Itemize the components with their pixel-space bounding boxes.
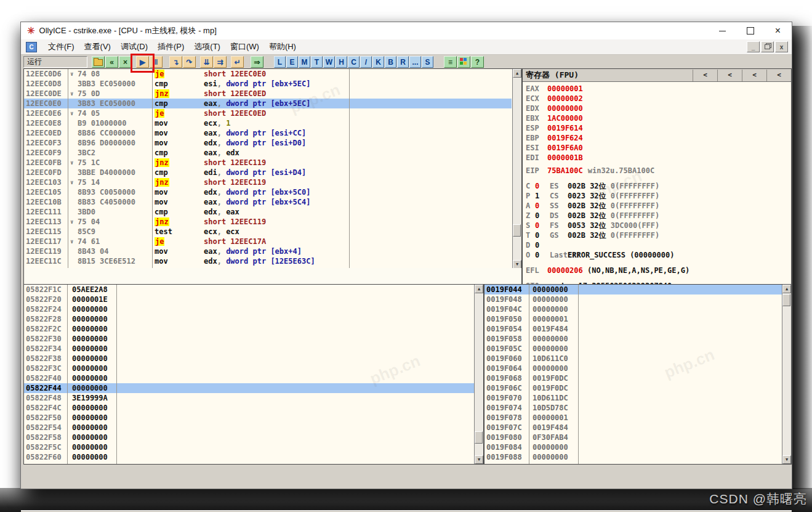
dump-scrollbar[interactable]: ▲ ▼ bbox=[474, 285, 483, 464]
flag-segment-row[interactable]: O0LastErrERROR_SUCCESS (00000000) bbox=[526, 250, 791, 260]
dump-row[interactable]: 05822F4C00000000 bbox=[24, 403, 483, 413]
references-window-button[interactable]: R bbox=[397, 56, 409, 68]
scroll-up-arrow[interactable]: ▲ bbox=[782, 285, 791, 293]
disassembly-pane[interactable]: 12EEC0D674 08∨jeshort 12EEC0E012EEC0D83B… bbox=[23, 68, 522, 269]
flag-segment-row[interactable]: A0SS002B 32位 0(FFFFFFFF) bbox=[526, 201, 791, 211]
register-row[interactable]: EDX00000000 bbox=[526, 104, 791, 113]
scroll-up-arrow[interactable]: ▲ bbox=[475, 285, 483, 293]
menu-item-5[interactable]: 选项(T) bbox=[189, 40, 225, 54]
disasm-row[interactable]: 12EEC0E8B9 01000000movecx, 1 bbox=[24, 118, 512, 128]
step-over-button[interactable]: ↷ bbox=[183, 56, 196, 68]
column-divider[interactable] bbox=[116, 285, 117, 464]
stack-row[interactable]: 0019F0540019F484 bbox=[484, 324, 791, 334]
disasm-row[interactable]: 12EEC0E03B83 EC050000cmpeax, dword ptr [… bbox=[24, 99, 512, 108]
stack-scrollbar[interactable]: ▲ ▼ bbox=[782, 285, 791, 464]
breakpoints-window-button[interactable]: B bbox=[385, 56, 396, 68]
step-into-button[interactable]: ↴ bbox=[169, 56, 182, 68]
dump-row[interactable]: 05822F200000001E bbox=[24, 295, 483, 304]
register-row-efl[interactable]: EFL00000206 (NO,NB,NE,A,NS,PE,GE,G) bbox=[526, 266, 791, 275]
dump-row[interactable]: 05822F4400000000 bbox=[24, 383, 483, 393]
register-row[interactable]: ESP0019F614 bbox=[526, 123, 791, 133]
disasm-scrollbar[interactable]: ▲ ▼ bbox=[512, 69, 521, 269]
scroll-thumb[interactable] bbox=[475, 431, 483, 444]
log-window-button[interactable]: L bbox=[274, 56, 286, 68]
stack-row[interactable]: 0019F07800000001 bbox=[484, 413, 791, 423]
register-row[interactable]: EBP0019F624 bbox=[526, 133, 791, 143]
call-stack-window-button[interactable]: K bbox=[372, 56, 384, 68]
dump-row[interactable]: 05822F2400000000 bbox=[24, 304, 483, 314]
column-divider[interactable] bbox=[152, 69, 153, 269]
cpu-window-button[interactable]: C bbox=[348, 56, 360, 68]
column-divider[interactable] bbox=[529, 285, 529, 464]
dump-row[interactable]: 05822F5C00000000 bbox=[24, 442, 483, 452]
dump-row[interactable]: 05822F6000000000 bbox=[24, 452, 483, 462]
close-process-button[interactable]: × bbox=[119, 56, 132, 68]
goto-address-button[interactable]: ⇒ bbox=[251, 56, 263, 68]
appearance-button[interactable] bbox=[457, 56, 470, 68]
flag-segment-row[interactable]: S0FS0053 32位 3DC000(FFF) bbox=[526, 221, 791, 230]
flag-segment-row[interactable]: D0 bbox=[526, 240, 791, 250]
source-window-button[interactable]: S bbox=[422, 56, 433, 68]
executables-window-button[interactable]: E bbox=[286, 56, 298, 68]
mdi-restore-button[interactable] bbox=[761, 41, 774, 52]
disasm-row[interactable]: 12EEC0D674 08∨jeshort 12EEC0E0 bbox=[24, 69, 512, 79]
register-row[interactable]: EBX1AC00000 bbox=[526, 113, 791, 123]
dump-row[interactable]: 05822F2C00000000 bbox=[24, 324, 483, 334]
stack-row[interactable]: 0019F08400000000 bbox=[484, 442, 791, 452]
disasm-row[interactable]: 12EEC0F93BC2cmpeax, edx bbox=[24, 148, 512, 158]
disasm-row[interactable]: 12EEC1058B93 C0050000movedx, dword ptr [… bbox=[24, 187, 512, 197]
register-row[interactable]: ECX00000002 bbox=[526, 94, 791, 104]
disasm-row[interactable]: 12EEC11375 04∨jnzshort 12EEC119 bbox=[24, 217, 512, 227]
trace-into-button[interactable]: ⇊ bbox=[200, 56, 213, 68]
memory-dump-pane[interactable]: 05822F1C05AEE2A805822F200000001E05822F24… bbox=[23, 284, 484, 465]
dump-row[interactable]: 05822F3000000000 bbox=[24, 334, 483, 344]
stack-row[interactable]: 0019F05C00000000 bbox=[484, 344, 791, 354]
dump-row[interactable]: 05822F5000000000 bbox=[24, 413, 483, 423]
stack-row[interactable]: 0019F05000000001 bbox=[484, 314, 791, 324]
register-history-chevron-3[interactable]: < bbox=[742, 70, 766, 81]
stack-row[interactable]: 0019F04400000000 bbox=[484, 285, 791, 295]
stack-row[interactable]: 0019F0800F30FAB4 bbox=[484, 433, 791, 442]
threads-window-button[interactable]: T bbox=[311, 56, 323, 68]
stack-row[interactable]: 0019F05800000000 bbox=[484, 334, 791, 344]
flag-segment-row[interactable]: Z0DS002B 32位 0(FFFFFFFF) bbox=[526, 211, 791, 221]
dump-row[interactable]: 05822F2800000000 bbox=[24, 314, 483, 324]
flag-segment-row[interactable]: T0GS002B 32位 0(FFFFFFFF) bbox=[526, 230, 791, 240]
dump-row[interactable]: 05822F1C05AEE2A8 bbox=[24, 285, 483, 295]
flag-segment-row[interactable]: C0ES002B 32位 0(FFFFFFFF) bbox=[526, 181, 791, 191]
registers-pane[interactable]: 寄存器 (FPU) <<<< EAX00000001ECX00000002EDX… bbox=[522, 68, 792, 286]
scroll-up-arrow[interactable]: ▲ bbox=[513, 69, 521, 78]
menu-item-1[interactable]: 文件(F) bbox=[43, 40, 79, 54]
logging-options-button[interactable]: ≡ bbox=[444, 56, 457, 68]
stack-row[interactable]: 0019F06010D611C0 bbox=[484, 354, 791, 364]
trace-over-button[interactable]: ⇉ bbox=[214, 56, 227, 68]
menu-item-4[interactable]: 插件(P) bbox=[153, 40, 189, 54]
disasm-row[interactable]: 12EEC1113BD0cmpedx, eax bbox=[24, 207, 512, 217]
disasm-row[interactable]: 12EEC0DE75 0D∨jnzshort 12EEC0ED bbox=[24, 89, 512, 99]
register-row-eip[interactable]: EIP75BA100Cwin32u.75BA100C bbox=[526, 166, 791, 176]
close-button[interactable]: × bbox=[764, 22, 792, 39]
help-button[interactable]: ? bbox=[471, 56, 484, 68]
dump-row[interactable]: 05822F3800000000 bbox=[24, 354, 483, 364]
run-trace-window-button[interactable]: ... bbox=[409, 56, 421, 68]
dump-row[interactable]: 05822F5800000000 bbox=[24, 433, 483, 442]
disasm-row[interactable]: 12EEC11774 61∨jeshort 12EEC17A bbox=[24, 237, 512, 246]
disasm-row[interactable]: 12EEC0E674 05∨jeshort 12EEC0ED bbox=[24, 108, 512, 118]
register-row[interactable]: EDI0000001B bbox=[526, 153, 791, 163]
register-history-chevron-2[interactable]: < bbox=[717, 70, 742, 81]
disasm-row[interactable]: 12EEC11C8B15 3CE6E512movedx, dword ptr [… bbox=[24, 256, 512, 266]
disasm-row[interactable]: 12EEC0FD3BBE D4000000cmpedi, dword ptr [… bbox=[24, 168, 512, 177]
register-history-chevron-1[interactable]: < bbox=[693, 70, 717, 81]
flag-segment-row[interactable]: P1CS0023 32位 0(FFFFFFFF) bbox=[526, 191, 791, 201]
execute-till-return-button[interactable]: ↵ bbox=[231, 56, 244, 68]
stack-row[interactable]: 0019F0680019F0DC bbox=[484, 373, 791, 383]
mdi-minimize-button[interactable]: _ bbox=[747, 41, 760, 52]
menu-item-6[interactable]: 窗口(W) bbox=[225, 40, 264, 54]
scroll-down-arrow[interactable]: ▼ bbox=[513, 260, 521, 269]
stack-row[interactable]: 0019F06C0019F0DC bbox=[484, 383, 791, 393]
column-divider[interactable] bbox=[578, 285, 579, 464]
stack-row[interactable]: 0019F07410D5D78C bbox=[484, 403, 791, 413]
disasm-row[interactable]: 12EEC1198B43 04moveax, dword ptr [ebx+4] bbox=[24, 246, 512, 256]
disasm-row[interactable]: 12EEC10B8B83 C4050000moveax, dword ptr [… bbox=[24, 197, 512, 207]
scroll-down-arrow[interactable]: ▼ bbox=[475, 455, 483, 464]
